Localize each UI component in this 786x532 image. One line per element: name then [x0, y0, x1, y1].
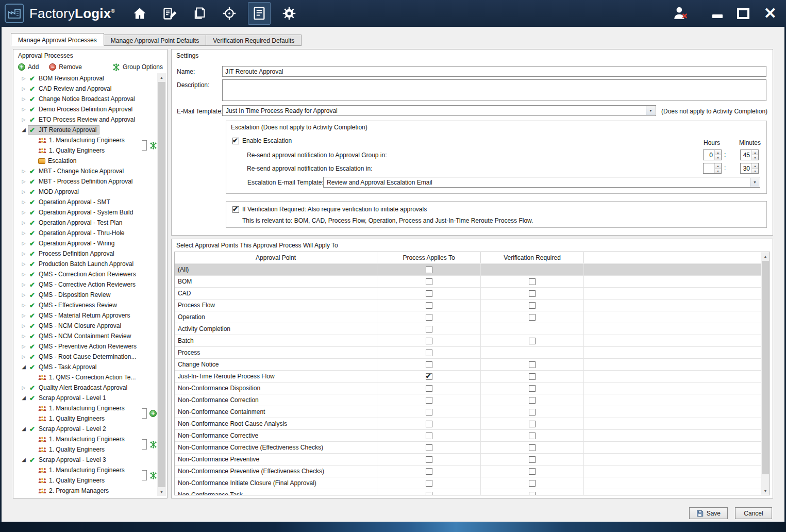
settings-gear-icon[interactable] — [278, 2, 300, 25]
tree-item-process[interactable]: ▷✔QMS - Correction Action Reviewers — [14, 269, 157, 279]
dropdown-arrow-icon[interactable]: ▼ — [646, 106, 655, 115]
resend-escalation-minutes-spinner[interactable]: ▲▼ — [740, 163, 759, 174]
verification-required-checkbox[interactable]: If Verification Required: Also require v… — [232, 206, 427, 213]
resend-escalation-minutes-input[interactable] — [741, 163, 751, 173]
resend-escalation-hours-spinner[interactable]: ▲▼ — [703, 163, 722, 174]
expand-icon[interactable]: ▷ — [20, 272, 28, 277]
tree-item-group[interactable]: 1. Quality Engineers — [14, 145, 157, 156]
checkbox[interactable] — [529, 373, 536, 380]
tree-item-escalation[interactable]: Escalation — [14, 156, 157, 166]
checkbox[interactable] — [529, 302, 536, 309]
approvals-icon[interactable] — [248, 2, 271, 25]
expand-icon[interactable]: ▷ — [20, 282, 28, 287]
tree-item-process[interactable]: ▷✔QMS - Preventive Action Reviewers — [14, 341, 157, 352]
resend-group-minutes-input[interactable] — [741, 150, 751, 160]
expand-icon[interactable]: ▷ — [20, 334, 28, 339]
spinner-arrows-icon[interactable]: ▲▼ — [751, 150, 758, 160]
scroll-up-icon[interactable]: ▲ — [761, 252, 770, 260]
description-input[interactable] — [222, 79, 766, 101]
tree-item-process[interactable]: ◢✔Scrap Approval - Level 1 — [14, 393, 157, 403]
maximize-button[interactable] — [737, 8, 749, 19]
expand-icon[interactable]: ▷ — [20, 313, 28, 318]
collapse-icon[interactable]: ◢ — [20, 457, 28, 462]
expand-icon[interactable]: ▷ — [20, 386, 28, 390]
checkbox[interactable] — [529, 492, 536, 495]
tree-item-process[interactable]: ▷✔QMS - Corrective Action Reviewers — [14, 279, 157, 290]
checkbox[interactable] — [426, 409, 432, 415]
checkbox[interactable] — [426, 267, 432, 273]
minimize-button[interactable] — [712, 9, 723, 18]
dropdown-arrow-icon[interactable]: ▼ — [750, 178, 759, 187]
tree-item-process[interactable]: ▷✔Operation Approval - Wiring — [14, 238, 157, 248]
tree-item-group[interactable]: 1. Manufacturing Engineers — [14, 434, 157, 444]
resend-group-hours-input[interactable] — [704, 150, 714, 160]
tree-item-process[interactable]: ◢✔JIT Reroute Approval — [14, 125, 157, 135]
tree-item-process[interactable]: ▷✔Operation Approval - Test Plan — [14, 218, 157, 228]
checkbox[interactable] — [529, 385, 536, 392]
expand-icon[interactable]: ▷ — [20, 293, 28, 297]
expand-icon[interactable]: ▷ — [20, 231, 28, 236]
tree-item-process[interactable]: ▷✔Demo Process Definition Approval — [14, 104, 157, 114]
tree-item-group[interactable]: 1. Quality Engineers — [14, 444, 157, 455]
expand-icon[interactable]: ▷ — [20, 97, 28, 102]
checkbox[interactable] — [426, 385, 432, 392]
tree-item-group[interactable]: 2. Program Managers — [14, 486, 157, 496]
tree-item-process[interactable]: ▷✔Production Batch Launch Approval — [14, 259, 157, 269]
remove-button[interactable]: − Remove — [49, 63, 82, 71]
tab-verification-required-defaults[interactable]: Verification Required Defaults — [206, 35, 302, 46]
tree-item-process[interactable]: ▷✔ETO Process Review and Approval — [14, 114, 157, 125]
resend-group-minutes-spinner[interactable]: ▲▼ — [740, 149, 759, 160]
resend-group-hours-spinner[interactable]: ▲▼ — [703, 149, 722, 160]
cancel-button[interactable]: Cancel — [735, 507, 772, 519]
collapse-icon[interactable]: ◢ — [20, 426, 28, 431]
checkbox[interactable] — [426, 290, 432, 297]
tree-item-group[interactable]: 1. QMS - Correction Action Te... — [14, 372, 157, 383]
expand-icon[interactable]: ▷ — [20, 252, 28, 256]
tree-item-process[interactable]: ▷✔QMS - Material Return Approvers — [14, 310, 157, 321]
checkbox[interactable] — [529, 290, 536, 297]
name-input[interactable] — [222, 66, 766, 77]
expand-icon[interactable]: ▷ — [20, 169, 28, 174]
checkbox[interactable] — [529, 361, 536, 368]
checkbox[interactable] — [426, 456, 432, 463]
checkbox[interactable] — [426, 326, 432, 332]
expand-icon[interactable]: ▷ — [20, 107, 28, 112]
tree-item-process[interactable]: ▷✔Operation Approval - System Build — [14, 207, 157, 218]
checkbox[interactable] — [529, 456, 536, 463]
resend-escalation-hours-input[interactable] — [704, 163, 714, 173]
tree-item-process[interactable]: ▷✔QMS - NCM Containment Review — [14, 331, 157, 341]
tree-item-process[interactable]: ▷✔CAD Review and Approval — [14, 84, 157, 94]
tree-item-process[interactable]: ▷✔QMS - Disposition Review — [14, 290, 157, 300]
save-button[interactable]: Save — [689, 507, 728, 519]
scroll-up-icon[interactable]: ▲ — [157, 73, 166, 81]
checkbox[interactable] — [426, 350, 432, 356]
tab-manage-approval-point-defaults[interactable]: Manage Approval Point Defaults — [104, 35, 206, 46]
spinner-arrows-icon[interactable]: ▲▼ — [751, 163, 758, 173]
tree-item-process[interactable]: ▷✔Operation Approval - Thru-Hole — [14, 228, 157, 238]
tree-item-group[interactable]: 1. Manufacturing Engineers — [14, 135, 157, 145]
tree-item-process[interactable]: ▷✔BOM Revision Approval — [14, 73, 157, 84]
expand-icon[interactable]: ▷ — [20, 76, 28, 81]
collapse-icon[interactable]: ◢ — [20, 364, 28, 370]
expand-icon[interactable]: ▷ — [20, 179, 28, 184]
checkbox[interactable] — [426, 314, 432, 321]
expand-icon[interactable]: ▷ — [20, 221, 28, 225]
spinner-arrows-icon[interactable]: ▲▼ — [714, 150, 721, 160]
tree-item-group[interactable]: 1. Manufacturing Engineers — [14, 465, 157, 475]
tab-manage-approval-processes[interactable]: Manage Approval Processes — [11, 33, 104, 46]
scroll-down-icon[interactable]: ▼ — [157, 488, 166, 496]
expand-icon[interactable]: ▷ — [20, 241, 28, 246]
checkbox[interactable] — [426, 373, 432, 380]
work-instructions-icon[interactable] — [158, 2, 181, 25]
table-scrollbar-thumb[interactable] — [762, 261, 769, 474]
tree-item-process[interactable]: ▷✔Process Definition Approval — [14, 248, 157, 259]
expand-icon[interactable]: ▷ — [20, 200, 28, 205]
tree-item-group[interactable]: 1. Quality Engineers — [14, 475, 157, 486]
escalation-template-select[interactable]: Review and Approval Escalation Email ▼ — [323, 177, 760, 188]
tree-item-process[interactable]: ◢✔Scrap Approval - Level 3 — [14, 455, 157, 465]
spinner-arrows-icon[interactable]: ▲▼ — [714, 163, 721, 173]
checkbox[interactable] — [426, 302, 432, 309]
checkbox[interactable] — [426, 492, 432, 495]
checkbox[interactable] — [529, 480, 536, 487]
add-button[interactable]: + Add — [18, 63, 39, 71]
